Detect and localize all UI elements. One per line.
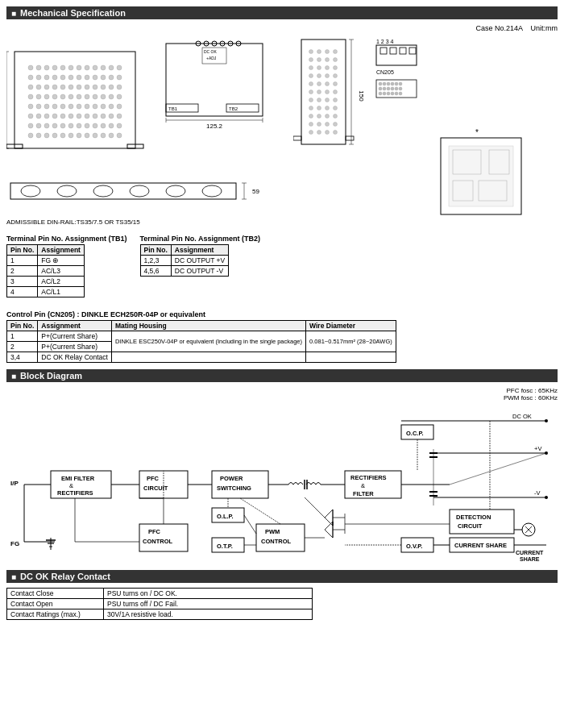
svg-point-29 bbox=[60, 85, 65, 89]
svg-text:+ADJ: +ADJ bbox=[206, 56, 217, 60]
svg-rect-103 bbox=[166, 44, 263, 116]
svg-text:FG: FG bbox=[10, 540, 19, 547]
cn205-assign2: P+(Current Share) bbox=[38, 342, 112, 352]
tb1-assign3: AC/L2 bbox=[38, 277, 85, 287]
tb1-assign2: AC/L3 bbox=[38, 266, 85, 277]
tb1-pin4: 4 bbox=[7, 287, 38, 297]
table-row: 3,4 DC OK Relay Contact bbox=[7, 352, 396, 363]
table-row: 1 FG ⊕ bbox=[7, 256, 85, 266]
svg-point-32 bbox=[85, 85, 89, 89]
svg-point-56 bbox=[85, 104, 89, 109]
svg-point-133 bbox=[334, 66, 338, 70]
svg-point-134 bbox=[309, 74, 313, 78]
svg-point-141 bbox=[334, 82, 338, 86]
tb2-assign2: DC OUTPUT -V bbox=[171, 266, 228, 277]
svg-point-126 bbox=[309, 58, 313, 62]
tb1-pin2: 2 bbox=[7, 266, 38, 277]
svg-text:O.V.P.: O.V.P. bbox=[406, 543, 422, 550]
svg-point-182 bbox=[391, 82, 394, 85]
svg-point-44 bbox=[85, 94, 89, 99]
svg-point-185 bbox=[379, 87, 382, 90]
table-row: 1 P+(Current Share) DINKLE ESC250V-04P o… bbox=[7, 331, 396, 342]
tb1-assign4: AC/L1 bbox=[38, 287, 85, 297]
side-views: TB1 TB2 DC OK +ADJ 125.2 bbox=[158, 35, 287, 132]
svg-point-2 bbox=[36, 65, 41, 70]
svg-text:CONTROL: CONTROL bbox=[143, 538, 172, 545]
block-section: Block Diagram PFC fosc : 65KHz PWM fosc … bbox=[6, 369, 558, 564]
dcok-section: DC OK Relay Contact Contact Close PSU tu… bbox=[6, 570, 558, 620]
svg-point-189 bbox=[395, 87, 398, 90]
svg-point-28 bbox=[52, 85, 57, 89]
svg-text:SWITCHING: SWITCHING bbox=[217, 485, 251, 492]
table-row: 2 AC/L3 bbox=[7, 266, 85, 277]
svg-point-51 bbox=[44, 104, 49, 109]
svg-text:PFC: PFC bbox=[148, 528, 161, 535]
svg-point-35 bbox=[109, 85, 114, 89]
svg-point-38 bbox=[36, 94, 41, 99]
tb2-col-assignment: Assignment bbox=[171, 245, 228, 256]
svg-point-16 bbox=[52, 75, 57, 80]
cn205-table: Pin No. Assignment Mating Housing Wire D… bbox=[6, 320, 396, 363]
svg-point-154 bbox=[309, 114, 313, 119]
cn205-assign1: P+(Current Share) bbox=[38, 331, 112, 342]
svg-text:1 2 3 4: 1 2 3 4 bbox=[376, 39, 394, 44]
unit-label: Unit:mm bbox=[531, 24, 558, 32]
svg-point-124 bbox=[326, 50, 330, 54]
tb2-pin1: 1,2,3 bbox=[140, 256, 171, 266]
svg-point-125 bbox=[334, 50, 338, 54]
svg-point-188 bbox=[391, 87, 394, 90]
svg-point-8 bbox=[85, 65, 89, 70]
tb2-pin2: 4,5,6 bbox=[140, 266, 171, 277]
svg-point-72 bbox=[117, 114, 122, 119]
svg-point-23 bbox=[109, 75, 114, 80]
svg-point-145 bbox=[334, 90, 338, 94]
svg-point-14 bbox=[36, 75, 41, 80]
cn205-pin34: 3,4 bbox=[7, 352, 38, 363]
case-info: Case No.214A Unit:mm bbox=[475, 24, 558, 32]
dcok-title: DC OK Relay Contact bbox=[20, 572, 110, 581]
cn205-mating1: DINKLE ESC250V-04P or equivalent (Includ… bbox=[111, 331, 305, 352]
svg-point-48 bbox=[117, 94, 122, 99]
svg-point-18 bbox=[68, 75, 73, 80]
svg-text:CURRENT SHARE: CURRENT SHARE bbox=[454, 542, 507, 549]
svg-text:EMI FILTER: EMI FILTER bbox=[61, 475, 95, 482]
svg-point-24 bbox=[117, 75, 122, 80]
svg-point-7 bbox=[77, 65, 81, 70]
svg-point-47 bbox=[109, 94, 114, 99]
svg-point-150 bbox=[309, 106, 313, 110]
dcok-row3-label: Contact Ratings (max.) bbox=[7, 609, 104, 620]
dcok-row2-value: PSU turns off / DC Fail. bbox=[104, 599, 313, 609]
svg-point-61 bbox=[28, 114, 33, 119]
svg-text:&: & bbox=[361, 482, 365, 489]
svg-point-49 bbox=[28, 104, 33, 109]
svg-point-153 bbox=[334, 106, 338, 110]
cn205-view: 1 2 3 4 CN205 bbox=[372, 35, 421, 102]
svg-point-180 bbox=[383, 82, 386, 85]
svg-text:RECTIFIERS: RECTIFIERS bbox=[57, 489, 93, 497]
svg-point-27 bbox=[44, 85, 49, 89]
svg-point-25 bbox=[28, 85, 33, 89]
svg-point-26 bbox=[36, 85, 41, 89]
svg-point-21 bbox=[93, 75, 97, 80]
svg-point-20 bbox=[85, 75, 89, 80]
svg-point-123 bbox=[317, 50, 321, 54]
svg-point-184 bbox=[399, 82, 402, 85]
svg-line-279 bbox=[244, 515, 256, 534]
svg-point-129 bbox=[334, 58, 338, 62]
svg-point-59 bbox=[109, 104, 114, 109]
svg-point-37 bbox=[28, 94, 33, 99]
svg-text:I/P: I/P bbox=[10, 480, 19, 487]
svg-point-54 bbox=[68, 104, 73, 109]
svg-text:+V: +V bbox=[534, 445, 541, 452]
svg-point-157 bbox=[334, 114, 338, 119]
block-title: Block Diagram bbox=[20, 371, 82, 381]
svg-point-58 bbox=[101, 104, 106, 109]
svg-point-152 bbox=[326, 106, 330, 110]
mechanical-section: Mechanical Specification Case No.214A Un… bbox=[6, 6, 558, 363]
svg-point-128 bbox=[326, 58, 330, 62]
svg-point-57 bbox=[93, 104, 97, 109]
svg-point-144 bbox=[326, 90, 330, 94]
svg-point-65 bbox=[60, 114, 65, 119]
table-row: 4,5,6 DC OUTPUT -V bbox=[140, 266, 229, 277]
svg-point-127 bbox=[317, 58, 321, 62]
